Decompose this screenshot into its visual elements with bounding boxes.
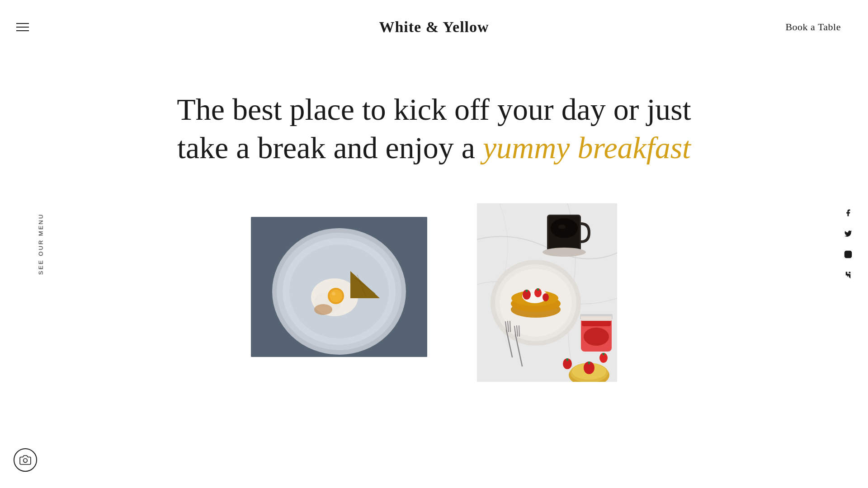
svg-line-36 (519, 326, 519, 336)
images-section (0, 203, 868, 382)
camera-icon (19, 454, 31, 466)
facebook-icon[interactable] (843, 207, 854, 218)
social-icons-container (843, 207, 854, 281)
food-image-1 (251, 217, 427, 357)
svg-rect-45 (581, 316, 612, 321)
foursquare-icon[interactable] (843, 270, 854, 281)
svg-point-40 (558, 225, 566, 229)
svg-point-15 (314, 304, 332, 315)
book-table-link[interactable]: Book a Table (785, 21, 841, 33)
svg-point-41 (542, 248, 586, 257)
camera-icon-button[interactable] (14, 448, 37, 472)
svg-point-58 (24, 459, 28, 463)
svg-point-46 (584, 328, 609, 346)
svg-point-28 (542, 293, 549, 301)
main-content: The best place to kick off your day or j… (0, 0, 868, 382)
hero-section: The best place to kick off your day or j… (0, 54, 868, 194)
hero-line1: The best place to kick off your day or j… (177, 92, 691, 127)
svg-line-32 (510, 321, 510, 332)
instagram-icon[interactable] (843, 249, 854, 260)
svg-rect-25 (526, 290, 528, 292)
svg-rect-53 (566, 358, 568, 361)
food-image-2 (477, 203, 617, 382)
hero-line2-highlight: yummy breakfast (483, 131, 691, 165)
svg-point-9 (330, 290, 342, 302)
twitter-icon[interactable] (843, 228, 854, 239)
svg-rect-27 (537, 288, 539, 291)
header: White & Yellow Book a Table (0, 0, 868, 54)
svg-rect-55 (603, 353, 604, 355)
svg-rect-51 (588, 361, 590, 364)
hamburger-menu-button[interactable] (16, 23, 29, 31)
site-title: White & Yellow (379, 19, 489, 36)
hero-line2-normal: take a break and enjoy a (177, 131, 483, 165)
hero-heading: The best place to kick off your day or j… (90, 90, 778, 167)
svg-point-10 (332, 292, 335, 296)
